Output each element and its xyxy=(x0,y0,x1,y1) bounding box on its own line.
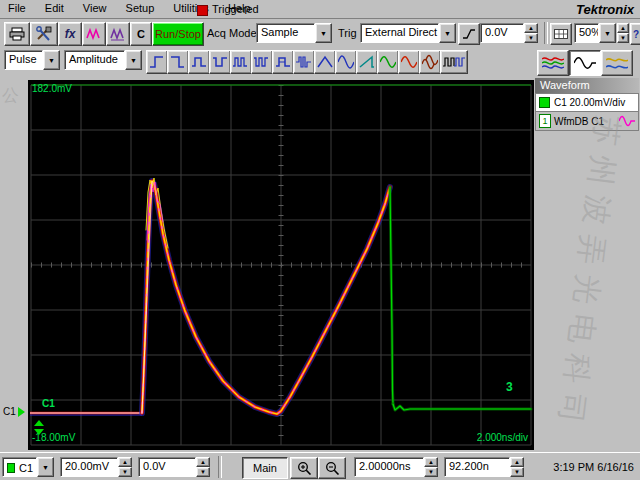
multi-wave-icon xyxy=(542,55,564,71)
green-wave-icon xyxy=(380,54,396,70)
vertical-position-value[interactable]: 0.0V xyxy=(138,457,196,477)
spin-up-icon[interactable]: ▲ xyxy=(510,457,524,467)
chevron-down-icon[interactable]: ▼ xyxy=(315,23,332,43)
trigger-status: Triggered xyxy=(212,3,259,15)
zoom-out-button[interactable] xyxy=(318,457,346,479)
trig-level-value[interactable]: 0.0V xyxy=(480,23,524,43)
horiz-mode-button[interactable]: Main xyxy=(242,457,288,479)
measure-category-select[interactable]: Pulse ▼ xyxy=(4,50,60,70)
horiz-position-value[interactable]: 92.200n xyxy=(444,457,510,477)
trig-slope-button[interactable] xyxy=(458,23,480,45)
spin-down-icon[interactable]: ▼ xyxy=(196,467,210,477)
clear-label: C xyxy=(137,28,145,40)
zoom-in-button[interactable] xyxy=(290,457,318,479)
meas-frequency-button[interactable] xyxy=(251,50,273,74)
print-button[interactable] xyxy=(4,22,30,46)
channel-select[interactable]: C1 ▼ xyxy=(2,457,54,477)
chevron-down-icon[interactable]: ▼ xyxy=(37,457,54,477)
measure-category-value: Pulse xyxy=(4,50,43,70)
vertical-scale-spinner[interactable]: 20.00mV ▲ ▼ xyxy=(60,457,132,477)
chevron-down-icon[interactable]: ▼ xyxy=(599,23,616,43)
rising-edge-icon xyxy=(462,28,476,40)
spin-down-icon[interactable]: ▼ xyxy=(424,467,438,477)
measurement-toolbar: Pulse ▼ Amplitude ▼ xyxy=(0,48,534,76)
spin-up-icon[interactable]: ▲ xyxy=(617,23,629,33)
meas-rise-time-button[interactable] xyxy=(146,50,168,74)
menu-setup[interactable]: Setup xyxy=(118,0,163,17)
spin-up-icon[interactable]: ▲ xyxy=(524,23,538,33)
zoom-percent-select[interactable]: 50% ▼ xyxy=(574,23,616,43)
formula-button[interactable]: fx xyxy=(58,22,82,46)
menu-utilities[interactable]: Utilities xyxy=(165,0,216,17)
meas-period-button[interactable] xyxy=(230,50,252,74)
horiz-position-spinner[interactable]: 92.200n ▲ ▼ xyxy=(444,457,524,477)
zoom-spin-buttons[interactable]: ▲ ▼ xyxy=(617,23,629,43)
menu-view[interactable]: View xyxy=(75,0,115,17)
toolbar-separator xyxy=(544,22,548,44)
meas-crossing-button[interactable] xyxy=(314,50,336,74)
acq-mode-select[interactable]: Sample ▼ xyxy=(256,23,332,43)
meas-dark-red-wave-button[interactable] xyxy=(419,50,441,74)
setup-tools-button[interactable] xyxy=(30,22,58,46)
burst-icon xyxy=(296,54,312,70)
chevron-down-icon[interactable]: ▼ xyxy=(43,50,60,70)
horiz-scale-value[interactable]: 2.00000ns xyxy=(354,457,424,477)
waveform-row-c1[interactable]: C1 20.00mV/div xyxy=(535,93,639,112)
clear-button[interactable]: C xyxy=(130,22,152,46)
vertical-scale-value[interactable]: 20.00mV xyxy=(60,457,118,477)
channel-value-label: C1 xyxy=(19,462,33,474)
trig-level-spinner[interactable]: 0.0V ▲ ▼ xyxy=(480,23,538,43)
magnifier-minus-icon xyxy=(325,461,340,475)
spin-down-icon[interactable]: ▼ xyxy=(118,467,132,477)
waveform-sidebar: Waveform C1 20.00mV/div 1 WfmDB C1 xyxy=(534,48,640,134)
vertical-position-spinner[interactable]: 0.0V ▲ ▼ xyxy=(138,457,210,477)
horiz-mode-label: Main xyxy=(253,462,277,474)
menu-edit[interactable]: Edit xyxy=(37,0,72,17)
wfmdb-index-badge: 1 xyxy=(539,114,551,128)
main-toolbar: fx C Run/Stop Acq Mode Sample ▼ Trig Ext… xyxy=(0,19,640,48)
channel-reference-marker[interactable]: C1 xyxy=(0,404,28,419)
meas-sine-button[interactable] xyxy=(335,50,357,74)
fx-label: fx xyxy=(65,27,76,41)
spin-up-icon[interactable]: ▲ xyxy=(424,457,438,467)
channel-annotation: C1 xyxy=(42,398,55,409)
meas-ramp-button[interactable] xyxy=(356,50,378,74)
meas-duty-cycle-button[interactable] xyxy=(272,50,294,74)
meas-red-wave-button[interactable] xyxy=(398,50,420,74)
horiz-scale-spinner[interactable]: 2.00000ns ▲ ▼ xyxy=(354,457,438,477)
waveform-math-button[interactable] xyxy=(82,22,106,46)
spin-down-icon[interactable]: ▼ xyxy=(524,33,538,43)
printer-icon xyxy=(9,27,25,41)
run-stop-label: Run/Stop xyxy=(155,28,201,40)
timebase-label: 2.000ns/div xyxy=(477,432,528,443)
menu-bar: File Edit View Setup Utilities Help Trig… xyxy=(0,0,640,19)
multi-trace-display-button[interactable] xyxy=(537,50,569,76)
meas-burst-button[interactable] xyxy=(293,50,315,74)
meas-pos-width-button[interactable] xyxy=(188,50,210,74)
meas-green-wave-button[interactable] xyxy=(377,50,399,74)
duty-cycle-icon xyxy=(275,54,291,70)
chevron-down-icon[interactable]: ▼ xyxy=(439,23,456,43)
waveform-db-button[interactable] xyxy=(106,22,130,46)
trig-source-select[interactable]: External Direct ▼ xyxy=(360,23,456,43)
menu-file[interactable]: File xyxy=(0,0,34,17)
histogram-display-button[interactable] xyxy=(601,50,633,76)
chevron-down-icon[interactable]: ▼ xyxy=(125,50,142,70)
keypad-button[interactable] xyxy=(550,23,572,45)
waveform-display-button[interactable] xyxy=(569,50,601,76)
help-button[interactable]: ? xyxy=(630,23,640,45)
spin-up-icon[interactable]: ▲ xyxy=(196,457,210,467)
spin-up-icon[interactable]: ▲ xyxy=(118,457,132,467)
spin-down-icon[interactable]: ▼ xyxy=(510,467,524,477)
run-stop-button[interactable]: Run/Stop xyxy=(152,22,204,46)
spin-down-icon[interactable]: ▼ xyxy=(617,33,629,43)
meas-neg-width-button[interactable] xyxy=(209,50,231,74)
tools-icon xyxy=(35,26,53,42)
meas-fall-time-button[interactable] xyxy=(167,50,189,74)
meas-multi-pulse-button[interactable] xyxy=(440,50,468,74)
channel-scale-label: C1 20.00mV/div xyxy=(554,97,625,108)
help-label: ? xyxy=(633,29,639,40)
waveform-row-wfmdb[interactable]: 1 WfmDB C1 xyxy=(535,112,639,131)
trig-source-value: External Direct xyxy=(360,23,439,43)
measure-type-select[interactable]: Amplitude ▼ xyxy=(64,50,142,70)
